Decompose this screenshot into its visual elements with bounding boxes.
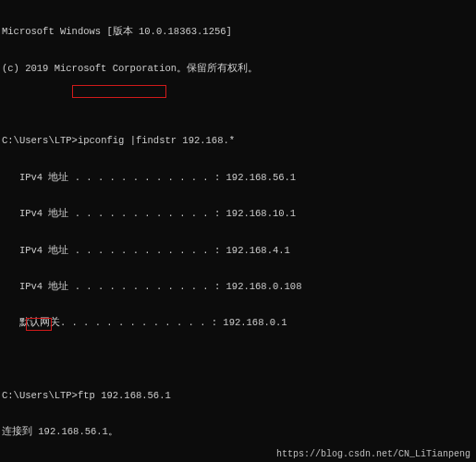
ipconfig-row: IPv4 地址 . . . . . . . . . . . . : 192.16… xyxy=(2,245,474,257)
ipconfig-row: IPv4 地址 . . . . . . . . . . . . : 192.16… xyxy=(2,172,474,184)
ipconfig-cmd-line: C:\Users\LTP>ipconfig |findstr 192.168.* xyxy=(2,135,474,147)
blank xyxy=(2,354,474,366)
terminal-output[interactable]: Microsoft Windows [版本 10.0.18363.1256] (… xyxy=(0,0,476,462)
ftp-cmd-line: C:\Users\LTP>ftp 192.168.56.1 xyxy=(2,390,474,402)
command: ftp 192.168.56.1 xyxy=(78,390,171,402)
ftp-out: 连接到 192.168.56.1。 xyxy=(2,426,474,438)
blank xyxy=(2,99,474,111)
ipconfig-row: IPv4 地址 . . . . . . . . . . . . : 192.16… xyxy=(2,208,474,220)
command: ipconfig |findstr 192.168.* xyxy=(78,135,235,146)
header-line: (c) 2019 Microsoft Corporation。保留所有权利。 xyxy=(2,63,474,75)
ipconfig-row: 默认网关. . . . . . . . . . . . . : 192.168.… xyxy=(2,317,474,329)
header-line: Microsoft Windows [版本 10.0.18363.1256] xyxy=(2,26,474,38)
prompt: C:\Users\LTP> xyxy=(2,390,78,401)
watermark: https://blog.csdn.net/CN_LiTianpeng xyxy=(276,449,470,461)
prompt: C:\Users\LTP> xyxy=(2,135,78,146)
ipconfig-row: IPv4 地址 . . . . . . . . . . . . : 192.16… xyxy=(2,281,474,293)
